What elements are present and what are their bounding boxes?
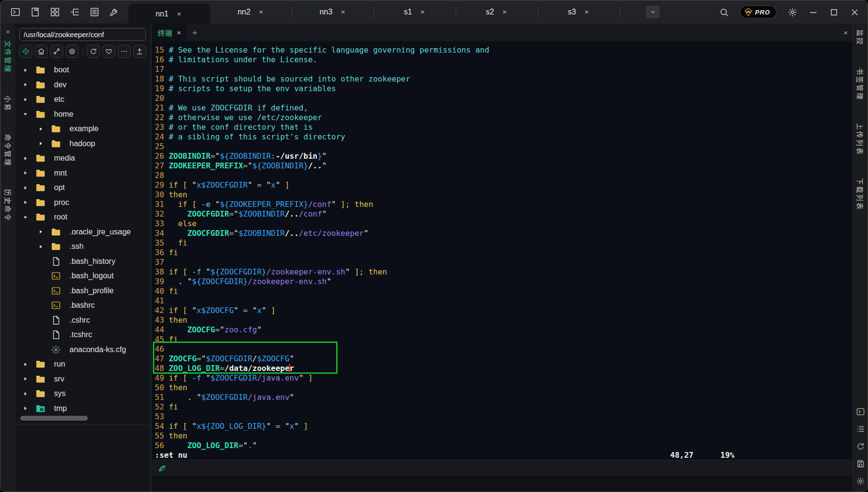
servers-icon[interactable] xyxy=(89,7,100,17)
chevron-collapsed-icon[interactable] xyxy=(22,390,29,397)
refresh-button[interactable] xyxy=(87,45,100,58)
more-button[interactable] xyxy=(118,45,131,58)
tree-item-srv[interactable]: srv xyxy=(15,372,150,387)
settings-gear-icon[interactable] xyxy=(787,7,798,17)
pro-badge[interactable]: PRO xyxy=(740,5,777,19)
chevron-collapsed-icon[interactable] xyxy=(37,228,44,235)
tree-item-mnt[interactable]: mnt xyxy=(15,166,150,181)
left-rail-tab[interactable]: 文件管理 xyxy=(3,41,13,73)
scrollbar-thumb[interactable] xyxy=(20,416,88,421)
chevron-collapsed-icon[interactable] xyxy=(37,243,44,250)
refresh-icon[interactable] xyxy=(856,442,865,451)
left-rail-tab[interactable]: 命令管理 xyxy=(3,134,13,167)
tree-item-.oracle_jre_usage[interactable]: .oracle_jre_usage xyxy=(15,225,150,240)
session-tab-nn1[interactable]: nn1× xyxy=(128,4,210,24)
tree-item-proc[interactable]: proc xyxy=(15,195,150,210)
tree-item-dev[interactable]: dev xyxy=(15,78,150,93)
terminal-area-close-icon[interactable]: × xyxy=(843,28,848,37)
chevron-collapsed-icon[interactable] xyxy=(22,199,29,206)
chevron-collapsed-icon[interactable] xyxy=(22,169,29,177)
right-rail-tab[interactable]: 书签管理 xyxy=(855,68,865,101)
close-window-button[interactable] xyxy=(850,7,860,17)
terminal-tab-close-icon[interactable]: × xyxy=(177,29,181,37)
line-number: 15 xyxy=(155,45,164,55)
left-rail-tab[interactable]: 历史命令 xyxy=(3,189,13,222)
list-icon[interactable] xyxy=(856,424,865,434)
bookmark-icon[interactable] xyxy=(30,7,41,17)
tree-item-home[interactable]: home xyxy=(15,107,150,122)
chevron-collapsed-icon[interactable] xyxy=(22,405,29,412)
tree-item-anaconda-ks.cfg[interactable]: anaconda-ks.cfg xyxy=(15,342,150,357)
new-terminal-button[interactable] xyxy=(187,24,203,41)
tree-item-.bashrc[interactable]: .bashrc xyxy=(15,298,150,313)
chevron-collapsed-icon[interactable] xyxy=(37,125,44,133)
tree-item-example[interactable]: example xyxy=(15,122,150,137)
layout-icon[interactable] xyxy=(50,7,60,17)
tree-item-.cshrc[interactable]: .cshrc xyxy=(15,313,150,328)
connect-button[interactable] xyxy=(50,45,63,58)
session-tab-close-icon[interactable]: × xyxy=(175,10,183,18)
code-line-35: 35 fi xyxy=(155,238,853,248)
tree-item-boot[interactable]: boot xyxy=(15,63,150,78)
tree-item-run[interactable]: run xyxy=(15,357,150,372)
session-tab-s2[interactable]: s2× xyxy=(456,0,538,24)
chevron-collapsed-icon[interactable] xyxy=(22,361,29,368)
session-tab-close-icon[interactable]: × xyxy=(501,8,508,16)
upload-button[interactable] xyxy=(133,45,146,58)
wrench-icon[interactable] xyxy=(109,7,120,17)
terminal-tab[interactable]: 终端 × xyxy=(152,24,187,41)
left-rail-tab[interactable]: 小易 xyxy=(3,96,13,112)
chevron-expanded-icon[interactable] xyxy=(22,110,29,118)
tree-item-.ssh[interactable]: .ssh xyxy=(15,239,150,254)
tree-item-.bash_profile[interactable]: .bash_profile xyxy=(15,284,150,299)
terminal-screen[interactable]: 15# See the License for the specific lan… xyxy=(152,41,853,460)
maximize-button[interactable] xyxy=(829,7,839,17)
tree-item-root[interactable]: root xyxy=(15,210,150,225)
right-rail-tab[interactable]: 下载列表 xyxy=(855,178,865,211)
tree-item-etc[interactable]: etc xyxy=(15,92,150,107)
tree-item-tmp[interactable]: tmp xyxy=(15,401,150,415)
tree-item-.bash_logout[interactable]: .bash_logout xyxy=(15,269,150,284)
session-tab-nn3[interactable]: nn3× xyxy=(292,0,374,24)
path-input[interactable] xyxy=(19,28,146,41)
terminal-icon[interactable] xyxy=(10,7,21,17)
gear-icon[interactable] xyxy=(856,477,865,486)
topology-icon[interactable] xyxy=(69,7,80,17)
terminal-icon[interactable] xyxy=(856,407,865,416)
session-tab-close-icon[interactable]: × xyxy=(339,8,347,16)
home-button[interactable] xyxy=(35,45,48,58)
search-icon[interactable] xyxy=(719,7,729,17)
right-rail-tab[interactable]: 上传列表 xyxy=(855,123,865,156)
session-tab-nn2[interactable]: nn2× xyxy=(210,0,292,24)
tree-item-.tcshrc[interactable]: .tcshrc xyxy=(15,328,150,342)
locate-button[interactable] xyxy=(19,45,32,58)
eye-button[interactable] xyxy=(66,45,79,58)
session-tab-s3[interactable]: s3× xyxy=(538,0,620,24)
chevron-expanded-icon[interactable] xyxy=(22,214,29,221)
panel-close-icon[interactable]: × xyxy=(6,27,10,36)
session-tab-close-icon[interactable]: × xyxy=(257,8,265,16)
file-icon xyxy=(51,329,61,340)
tab-overflow-button[interactable] xyxy=(646,6,660,18)
chevron-collapsed-icon[interactable] xyxy=(22,184,29,191)
line-number: 50 xyxy=(155,383,164,393)
chevron-collapsed-icon[interactable] xyxy=(22,96,29,103)
chevron-collapsed-icon[interactable] xyxy=(22,81,29,88)
session-tab-s1[interactable]: s1× xyxy=(374,0,456,24)
session-tab-close-icon[interactable]: × xyxy=(583,8,590,16)
tree-item-opt[interactable]: opt xyxy=(15,180,150,195)
tree-item-media[interactable]: media xyxy=(15,151,150,166)
heart-button[interactable] xyxy=(102,45,115,58)
tree-item-sys[interactable]: sys xyxy=(15,386,150,401)
minimize-button[interactable] xyxy=(808,7,818,17)
tree-item-hadoop[interactable]: hadoop xyxy=(15,137,150,151)
chevron-collapsed-icon[interactable] xyxy=(22,67,29,74)
chevron-collapsed-icon[interactable] xyxy=(37,140,44,147)
chevron-collapsed-icon[interactable] xyxy=(22,375,29,383)
chevron-collapsed-icon[interactable] xyxy=(22,155,29,162)
right-rail-tab[interactable]: 监控 xyxy=(855,29,865,46)
session-tab-close-icon[interactable]: × xyxy=(419,8,426,16)
save-icon[interactable] xyxy=(856,459,865,468)
toolbar-separator xyxy=(82,48,83,55)
tree-item-.bash_history[interactable]: .bash_history xyxy=(15,254,150,269)
